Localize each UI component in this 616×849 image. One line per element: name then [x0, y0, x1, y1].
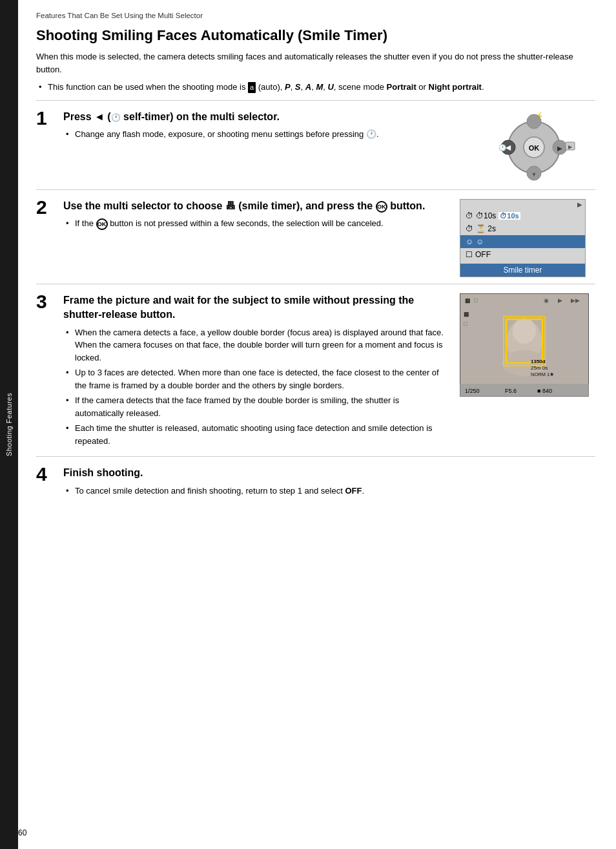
step-2-bullets: If the OK button is not pressed within a…	[63, 217, 449, 230]
svg-text:□: □	[464, 320, 467, 327]
step-4-body: Finish shooting. To cancel smile detecti…	[59, 466, 595, 499]
step-3-row: Frame the picture and wait for the subje…	[63, 293, 595, 450]
step-4-bullet-1: To cancel smile detection and finish sho…	[63, 485, 595, 498]
page-title: Shooting Smiling Faces Automatically (Sm…	[36, 27, 595, 44]
mode-night: Night portrait	[429, 82, 482, 92]
main-content: Features That Can Be Set Using the Multi…	[18, 0, 616, 849]
svg-text:1350d: 1350d	[531, 359, 546, 364]
step-2-image: ▶ ⏱ ⏱10s ⏱10s ⏱ ⏳ 2s	[460, 199, 595, 277]
step-2-body: Use the multi selector to choose 🖷 (smil…	[59, 199, 595, 277]
off-icon: ☐	[466, 250, 473, 259]
svg-text:1/250: 1/250	[465, 388, 480, 394]
step-1-section: 1 Press ◄ (🕐 self-timer) on the multi se…	[36, 100, 595, 189]
step-3-bullet-3: If the camera detects that the face fram…	[63, 394, 449, 419]
svg-text:■ 840: ■ 840	[537, 388, 552, 394]
step-3-section: 3 Frame the picture and wait for the sub…	[36, 284, 595, 456]
step-3-bullets: When the camera detects a face, a yellow…	[63, 326, 449, 448]
mode-s: S	[295, 82, 301, 92]
timer-label-2s: ⏳ 2s	[476, 224, 496, 233]
step-2-section: 2 Use the multi selector to choose 🖷 (sm…	[36, 189, 595, 284]
step-3-image: ▩ □ ◉ ▶ ▶▶ ▩ □	[460, 293, 595, 399]
step-3-header: Frame the picture and wait for the subje…	[63, 293, 449, 322]
camera-selector-diagram: ⚡ OK ◄ ▶	[466, 110, 595, 181]
sidebar-label: Shooting Features	[5, 393, 13, 456]
ok-button-ref: OK	[376, 201, 387, 213]
step-2-bullet-1: If the OK button is not pressed within a…	[63, 217, 449, 230]
smile-icon: ☺	[466, 237, 473, 246]
auto-icon: a	[248, 82, 256, 93]
svg-point-23	[513, 318, 536, 344]
step-3-bullet-2: Up to 3 faces are detected. When more th…	[63, 366, 449, 392]
step-4-section: 4 Finish shooting. To cancel smile detec…	[36, 456, 595, 506]
svg-text:NORM 1★: NORM 1★	[531, 372, 554, 377]
sidebar: Shooting Features	[0, 0, 18, 849]
svg-text:▩: ▩	[465, 297, 471, 304]
step-3-bullet-1: When the camera detects a face, a yellow…	[63, 326, 449, 364]
off-label: OFF	[475, 250, 491, 259]
intro-paragraph: When this mode is selected, the camera d…	[36, 50, 595, 76]
step-2-row: Use the multi selector to choose 🖷 (smil…	[63, 199, 595, 277]
step-1-row: Press ◄ (🕐 self-timer) on the multi sele…	[63, 110, 595, 183]
svg-text:▶: ▶	[557, 145, 562, 152]
step-1-bullet-1: Change any flash mode, exposure, or shoo…	[63, 128, 456, 141]
timer-menu: ▶ ⏱ ⏱10s ⏱10s ⏱ ⏳ 2s	[460, 199, 586, 277]
svg-text:OK: OK	[529, 144, 540, 152]
step-2-header: Use the multi selector to choose 🖷 (smil…	[63, 199, 449, 213]
mode-portrait: Portrait	[387, 82, 416, 92]
timer-label-10s-sel: ⏱10s	[498, 212, 520, 220]
timer-row-2s: ⏱ ⏳ 2s	[460, 222, 585, 235]
timer-row-smile: ☺ ☺	[460, 235, 585, 248]
svg-text:▶▶: ▶▶	[571, 297, 580, 304]
svg-point-8	[527, 114, 541, 129]
viewfinder-diagram: ▩ □ ◉ ▶ ▶▶ ▩ □	[460, 293, 589, 397]
smile-timer-footer: Smile timer	[460, 264, 585, 277]
svg-text:◉: ◉	[544, 297, 549, 304]
step-3-text: Frame the picture and wait for the subje…	[63, 293, 449, 450]
svg-text:▼: ▼	[531, 171, 537, 178]
note-text: This function can be used when the shoot…	[48, 82, 484, 92]
step-4-bullets: To cancel smile detection and finish sho…	[63, 485, 595, 498]
page-number: 60	[18, 828, 26, 837]
svg-text:▶: ▶	[568, 144, 573, 150]
svg-text:▶: ▶	[558, 297, 562, 304]
svg-text:🕐: 🕐	[498, 143, 507, 152]
timer-menu-top: ▶	[460, 200, 585, 209]
step-3-body: Frame the picture and wait for the subje…	[59, 293, 595, 450]
svg-text:□: □	[474, 297, 478, 304]
smile-label: ☺	[476, 237, 484, 246]
step-1-body: Press ◄ (🕐 self-timer) on the multi sele…	[59, 110, 595, 183]
step-3-number: 3	[36, 292, 59, 311]
step-3-bullet-4: Each time the shutter is released, autom…	[63, 422, 449, 447]
menu-top-icon: ▶	[577, 201, 582, 208]
mode-p: P	[285, 82, 291, 92]
step-4-number: 4	[36, 465, 59, 484]
mode-u: U	[327, 82, 333, 92]
ok-btn-ref2: OK	[96, 218, 108, 230]
note-item: This function can be used when the shoot…	[36, 81, 595, 94]
off-text: OFF	[345, 486, 362, 496]
mode-a: A	[305, 82, 311, 92]
timer-icon-2: ⏱	[466, 224, 473, 233]
svg-text:F5.6: F5.6	[505, 388, 517, 394]
mode-m: M	[316, 82, 323, 92]
step-1-number: 1	[36, 109, 59, 128]
step-1-text: Press ◄ (🕐 self-timer) on the multi sele…	[63, 110, 456, 143]
self-timer-symbol: 🕐	[111, 113, 121, 122]
timer-row-off: ☐ OFF	[460, 248, 585, 261]
timer-label-10: ⏱10s	[476, 211, 496, 220]
svg-text:25m 0s: 25m 0s	[531, 365, 548, 371]
svg-text:▩: ▩	[464, 311, 469, 317]
note-list: This function can be used when the shoot…	[36, 81, 595, 94]
step-2-number: 2	[36, 198, 59, 217]
step-1-bullets: Change any flash mode, exposure, or shoo…	[63, 128, 456, 141]
step-1-image: ⚡ OK ◄ ▶	[466, 110, 595, 183]
breadcrumb: Features That Can Be Set Using the Multi…	[36, 12, 595, 19]
step-4-header: Finish shooting.	[63, 466, 595, 480]
step-2-text: Use the multi selector to choose 🖷 (smil…	[63, 199, 449, 233]
timer-row-10s: ⏱ ⏱10s ⏱10s	[460, 209, 585, 222]
step-1-header: Press ◄ (🕐 self-timer) on the multi sele…	[63, 110, 456, 124]
timer-icon-10: ⏱	[466, 211, 473, 220]
